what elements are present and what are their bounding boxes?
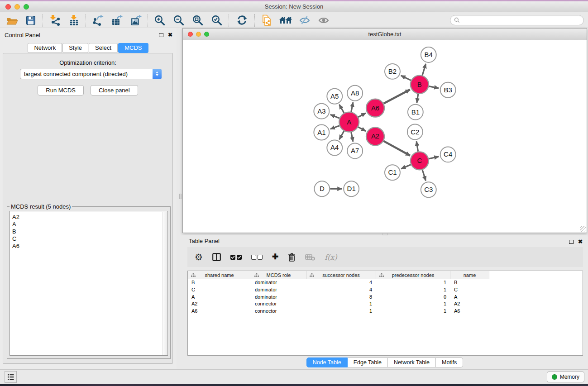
graph-node-B2[interactable]: B2 bbox=[385, 64, 400, 79]
tab-edge-table[interactable]: Edge Table bbox=[348, 357, 388, 367]
table-cell: C bbox=[188, 286, 251, 294]
table-cell: dominator bbox=[251, 286, 306, 294]
zoom-selected-button[interactable] bbox=[207, 14, 226, 27]
svg-text:C: C bbox=[417, 157, 422, 164]
mcds-result-group: MCDS result (5 nodes) A2ABCA6 bbox=[7, 206, 171, 359]
graph-node-A[interactable]: A bbox=[339, 112, 359, 132]
table-row[interactable]: Bdominator41B bbox=[188, 279, 583, 286]
zoom-out-button[interactable] bbox=[169, 14, 188, 27]
select-all-icon[interactable] bbox=[230, 255, 242, 260]
search-input[interactable] bbox=[462, 17, 583, 24]
graph-node-C4[interactable]: C4 bbox=[440, 147, 456, 162]
select-stepper-icon[interactable] bbox=[153, 69, 162, 79]
graph-node-B[interactable]: B bbox=[411, 76, 429, 94]
graph-node-B1[interactable]: B1 bbox=[408, 105, 423, 120]
homes-button[interactable] bbox=[276, 14, 295, 27]
export-network-button[interactable] bbox=[88, 14, 107, 27]
hide-graphics-details-button[interactable] bbox=[295, 14, 314, 27]
graph-node-C[interactable]: C bbox=[411, 152, 429, 170]
column-header-name[interactable]: name bbox=[450, 271, 489, 279]
network-canvas[interactable]: B4B2BB3A8A5A6B1A3AC2A1A2A4A7C4CC1C3DD1 bbox=[183, 40, 587, 233]
table-row[interactable]: A2connector11A2 bbox=[188, 300, 583, 308]
graph-node-A3[interactable]: A3 bbox=[314, 104, 329, 119]
horizontal-splitter-handle[interactable] bbox=[179, 194, 182, 199]
table-row[interactable]: A6connector11A6 bbox=[188, 308, 583, 315]
table-settings-gear-icon[interactable]: ⚙ bbox=[195, 253, 203, 262]
column-header-MCDS-role[interactable]: MCDS role bbox=[251, 271, 306, 279]
refresh-button[interactable] bbox=[231, 14, 252, 27]
graph-node-C2[interactable]: C2 bbox=[407, 124, 423, 140]
memory-button[interactable]: Memory bbox=[547, 372, 584, 382]
graph-node-A1[interactable]: A1 bbox=[314, 125, 329, 140]
window-resize-grip[interactable] bbox=[580, 226, 586, 232]
optimization-select[interactable]: largest connected component (directed) bbox=[20, 69, 162, 79]
mcds-pane: Optimization criterion: largest connecte… bbox=[3, 53, 173, 364]
graph-node-D[interactable]: D bbox=[314, 181, 330, 196]
export-image-button[interactable] bbox=[126, 14, 145, 27]
table-cell: A2 bbox=[450, 300, 489, 308]
close-panel-icon[interactable]: ✖ bbox=[168, 32, 172, 38]
desktop-wallpaper-bottom bbox=[0, 384, 588, 386]
search-field[interactable] bbox=[450, 15, 584, 25]
zoom-in-icon bbox=[154, 14, 166, 26]
graph-edge-C-C1 bbox=[401, 165, 411, 169]
open-session-button[interactable] bbox=[2, 14, 21, 27]
close-panel-button[interactable]: Close panel bbox=[91, 85, 138, 95]
close-table-panel-icon[interactable]: ✖ bbox=[578, 239, 583, 244]
table-cell: dominator bbox=[251, 279, 306, 286]
import-table-button[interactable] bbox=[64, 14, 83, 27]
graph-node-B3[interactable]: B3 bbox=[440, 82, 456, 98]
graph-node-A4[interactable]: A4 bbox=[327, 140, 342, 155]
graph-node-A8[interactable]: A8 bbox=[347, 86, 363, 101]
svg-text:B1: B1 bbox=[411, 108, 420, 116]
delete-column-trash-icon[interactable] bbox=[288, 253, 296, 262]
tab-style[interactable]: Style bbox=[62, 43, 88, 53]
graph-node-B4[interactable]: B4 bbox=[421, 47, 436, 62]
run-mcds-button[interactable]: Run MCDS bbox=[38, 85, 84, 95]
mcds-result-item[interactable]: B bbox=[12, 228, 167, 235]
column-header-shared-name[interactable]: shared name bbox=[188, 271, 251, 279]
new-network-document-button[interactable] bbox=[257, 14, 276, 27]
float-panel-icon[interactable] bbox=[159, 33, 163, 37]
graph-node-C1[interactable]: C1 bbox=[385, 165, 400, 180]
open-folder-icon bbox=[6, 15, 18, 26]
delete-table-icon bbox=[305, 254, 315, 261]
zoom-fit-button[interactable] bbox=[188, 14, 207, 27]
tab-network-table[interactable]: Network Table bbox=[388, 357, 436, 367]
mcds-result-item[interactable]: C bbox=[12, 235, 167, 243]
mcds-result-item[interactable]: A6 bbox=[12, 243, 167, 250]
show-graphics-details-button[interactable] bbox=[314, 14, 333, 27]
svg-text:C1: C1 bbox=[388, 168, 397, 176]
table-row[interactable]: Adominator80A bbox=[188, 294, 583, 301]
export-network-icon bbox=[92, 14, 104, 26]
float-table-panel-icon[interactable] bbox=[569, 240, 574, 244]
import-network-button[interactable] bbox=[45, 14, 64, 27]
mcds-result-item[interactable]: A2 bbox=[12, 214, 167, 221]
task-history-button[interactable] bbox=[5, 371, 17, 383]
column-header-predecessor-nodes[interactable]: predecessor nodes bbox=[376, 271, 450, 279]
tab-network[interactable]: Network bbox=[28, 43, 62, 53]
graph-node-A2[interactable]: A2 bbox=[366, 128, 384, 146]
graph-node-C3[interactable]: C3 bbox=[421, 182, 436, 197]
mcds-result-item[interactable]: A bbox=[12, 221, 167, 228]
show-column-icon[interactable] bbox=[212, 253, 221, 261]
tab-motifs[interactable]: Motifs bbox=[436, 357, 463, 367]
tab-mcds[interactable]: MCDS bbox=[118, 43, 148, 53]
tab-node-table[interactable]: Node Table bbox=[306, 357, 348, 367]
save-session-button[interactable] bbox=[21, 14, 40, 27]
result-scrollbar[interactable] bbox=[163, 212, 167, 355]
create-column-plus-icon[interactable]: ✚ bbox=[272, 253, 278, 262]
eye-slash-icon bbox=[299, 14, 311, 26]
node-table: shared nameMCDS rolesuccessor nodesprede… bbox=[187, 271, 583, 356]
graph-node-D1[interactable]: D1 bbox=[344, 181, 359, 196]
export-table-button[interactable] bbox=[107, 14, 126, 27]
column-header-successor-nodes[interactable]: successor nodes bbox=[306, 271, 376, 279]
deselect-all-icon[interactable] bbox=[251, 255, 263, 260]
tab-select[interactable]: Select bbox=[89, 43, 118, 53]
zoom-in-button[interactable] bbox=[150, 14, 169, 27]
graph-node-A7[interactable]: A7 bbox=[347, 143, 363, 158]
graph-node-A5[interactable]: A5 bbox=[327, 89, 342, 104]
graph-node-A6[interactable]: A6 bbox=[366, 99, 384, 117]
export-table-icon bbox=[111, 14, 123, 26]
table-row[interactable]: Cdominator41C bbox=[188, 286, 583, 294]
